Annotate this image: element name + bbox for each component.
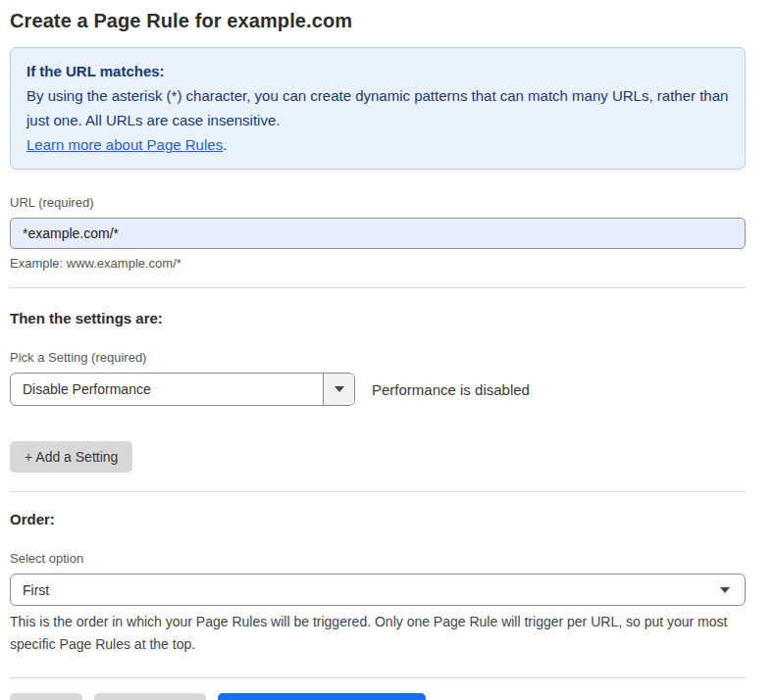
info-box-link-line: Learn more about Page Rules. — [26, 132, 729, 157]
setting-select-caret-button[interactable] — [323, 374, 354, 405]
setting-status-text: Performance is disabled — [372, 381, 530, 398]
cancel-button[interactable]: Cancel — [10, 693, 82, 700]
url-example-text: Example: www.example.com/* — [10, 256, 746, 271]
page-title: Create a Page Rule for example.com — [10, 10, 746, 32]
chevron-down-icon — [720, 587, 730, 593]
pick-setting-label: Pick a Setting (required) — [10, 350, 746, 365]
order-select-value: First — [23, 582, 49, 598]
add-setting-button[interactable]: + Add a Setting — [10, 441, 132, 473]
save-as-draft-button[interactable]: Save as Draft — [94, 693, 207, 700]
info-box-body: By using the asterisk (*) character, you… — [26, 83, 729, 132]
learn-more-link[interactable]: Learn more about Page Rules — [26, 136, 223, 153]
url-field-label: URL (required) — [10, 195, 746, 210]
order-help-text: This is the order in which your Page Rul… — [10, 611, 736, 656]
create-page-rule-form: Create a Page Rule for example.com If th… — [10, 0, 746, 700]
section-divider — [10, 287, 746, 288]
chevron-down-icon — [335, 386, 344, 392]
info-box-heading: If the URL matches: — [26, 59, 729, 83]
order-select[interactable]: First — [10, 574, 746, 606]
save-and-deploy-button[interactable]: Save and Deploy Page Rule — [218, 693, 426, 700]
order-select-label: Select option — [10, 551, 746, 566]
setting-row: Disable Performance Performance is disab… — [10, 373, 746, 406]
setting-select[interactable]: Disable Performance — [10, 373, 355, 406]
url-input[interactable] — [10, 218, 746, 249]
footer-actions: Cancel Save as Draft Save and Deploy Pag… — [10, 693, 746, 700]
section-divider — [10, 677, 746, 678]
settings-section-heading: Then the settings are: — [10, 310, 746, 326]
url-match-info-box: If the URL matches: By using the asteris… — [10, 47, 746, 170]
link-suffix-text: . — [223, 136, 227, 153]
setting-select-value: Disable Performance — [11, 374, 323, 405]
order-section-heading: Order: — [10, 511, 746, 527]
section-divider — [10, 491, 746, 492]
